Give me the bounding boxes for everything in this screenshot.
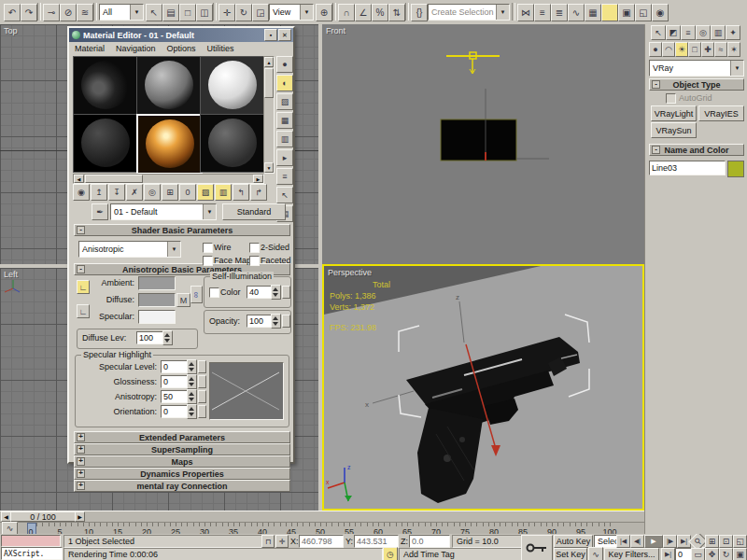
- backlight-icon[interactable]: ◐: [276, 75, 293, 91]
- slots-hscrollbar[interactable]: ◀ ▶: [73, 174, 264, 184]
- y-coord-field[interactable]: 443.531: [354, 535, 399, 548]
- select-link-icon[interactable]: ⊸: [43, 4, 60, 21]
- zoom-extents-icon[interactable]: ⊡: [719, 535, 733, 548]
- new-key-curve-icon[interactable]: ∿: [588, 547, 603, 560]
- cat-spacewarps-icon[interactable]: ≈: [714, 42, 727, 57]
- expand-icon[interactable]: +: [77, 482, 85, 490]
- undo-icon[interactable]: ↶: [4, 4, 21, 21]
- spec-row-map-button[interactable]: [198, 375, 206, 388]
- sample-slot-5[interactable]: [136, 114, 203, 175]
- ambient-color-swatch[interactable]: [138, 276, 176, 290]
- pick-material-eyedropper-icon[interactable]: ✒: [92, 203, 108, 220]
- diffuse-lev-field[interactable]: 100: [136, 331, 164, 344]
- reset-map-icon[interactable]: ✗: [126, 184, 143, 201]
- spec-row-field[interactable]: 50: [161, 390, 189, 403]
- selection-lock-icon[interactable]: ⊓: [261, 535, 275, 548]
- name-color-rollout[interactable]: - Name and Color: [649, 144, 744, 156]
- x-coord-field[interactable]: 460.798: [299, 535, 344, 548]
- go-forward-sibling-icon[interactable]: ↱: [250, 184, 267, 201]
- material-type-button[interactable]: Standard: [222, 203, 286, 220]
- named-selection-dropdown[interactable]: Create Selection Set▼: [428, 4, 510, 21]
- expand-icon[interactable]: +: [77, 469, 85, 478]
- chevron-down-icon[interactable]: ▼: [130, 5, 143, 20]
- render-setup-icon[interactable]: ▣: [618, 4, 635, 21]
- rollout-supersampling[interactable]: +SuperSampling: [74, 443, 290, 455]
- material-editor-window[interactable]: Material Editor - 01 - Default ▪ ✕ Mater…: [67, 26, 295, 464]
- sample-type-icon[interactable]: ●: [276, 56, 293, 73]
- diffuse-specular-lock-button[interactable]: ∟: [77, 304, 90, 318]
- diffuse-color-swatch[interactable]: [138, 293, 176, 307]
- diffuse-map-button[interactable]: M: [176, 293, 190, 307]
- rollout-dynamics-properties[interactable]: +Dynamics Properties: [74, 468, 290, 480]
- shader-check-wire[interactable]: [203, 243, 213, 253]
- absolute-offset-toggle[interactable]: ✛: [275, 535, 289, 548]
- mirror-icon[interactable]: ⋈: [517, 4, 534, 21]
- spec-row-spinner[interactable]: [187, 374, 197, 389]
- spec-row-map-button[interactable]: [198, 405, 206, 418]
- make-copy-icon[interactable]: ◎: [144, 184, 161, 201]
- chevron-down-icon[interactable]: ▼: [203, 204, 216, 219]
- material-name-dropdown[interactable]: 01 - Default▼: [110, 203, 217, 220]
- select-by-name-icon[interactable]: ▤: [162, 4, 179, 21]
- min-max-toggle-icon[interactable]: ▣: [733, 548, 747, 560]
- material-editor-icon[interactable]: [601, 4, 618, 21]
- spec-row-spinner[interactable]: [187, 404, 197, 419]
- close-icon[interactable]: ✕: [278, 29, 291, 41]
- expand-icon[interactable]: +: [77, 457, 85, 466]
- tab-utilities-icon[interactable]: ✦: [726, 25, 740, 40]
- collapse-icon[interactable]: -: [652, 80, 660, 89]
- shader-check-faceted[interactable]: [249, 256, 260, 266]
- go-to-parent-icon[interactable]: ↰: [233, 184, 249, 201]
- tab-create-icon[interactable]: ↖: [651, 25, 666, 40]
- object-type-rollout[interactable]: - Object Type: [649, 78, 744, 91]
- background-icon[interactable]: ▨: [276, 93, 293, 110]
- category-dropdown[interactable]: VRay▼: [649, 60, 744, 77]
- object-color-swatch[interactable]: [727, 161, 744, 177]
- select-object-icon[interactable]: ↖: [146, 4, 162, 21]
- cat-shapes-icon[interactable]: ◠: [662, 42, 675, 57]
- zoom-extents-all-icon[interactable]: ◱: [733, 535, 747, 548]
- add-time-tag-field[interactable]: Add Time Tag: [399, 548, 523, 560]
- tab-modify-icon[interactable]: ◩: [666, 25, 681, 40]
- spec-row-map-button[interactable]: [198, 390, 206, 403]
- cat-lights-icon[interactable]: ☀: [675, 42, 688, 57]
- self-illum-map-button[interactable]: [282, 286, 290, 299]
- material-editor-titlebar[interactable]: Material Editor - 01 - Default ▪ ✕: [69, 28, 293, 42]
- spec-row-spinner[interactable]: [187, 359, 197, 374]
- spec-row-map-button[interactable]: [198, 360, 206, 373]
- rendered-frame-icon[interactable]: ◱: [635, 4, 652, 21]
- menu-options[interactable]: Options: [162, 44, 202, 53]
- diffuse-lev-spinner[interactable]: [162, 330, 173, 345]
- put-to-library-icon[interactable]: ⊞: [162, 184, 178, 201]
- time-slider-handle[interactable]: 0 / 100: [10, 511, 76, 522]
- set-key-button[interactable]: Set Key: [554, 548, 587, 560]
- set-keys-button[interactable]: [521, 535, 553, 560]
- vrayies-button[interactable]: VRayIES: [698, 105, 744, 121]
- minimize-button[interactable]: ▪: [264, 29, 277, 41]
- select-move-icon[interactable]: ✛: [218, 4, 235, 21]
- orbit-icon[interactable]: ↻: [719, 548, 733, 560]
- self-illum-value-field[interactable]: 40: [247, 286, 273, 299]
- video-color-check-icon[interactable]: ▥: [276, 131, 293, 147]
- chevron-down-icon[interactable]: ▼: [167, 242, 180, 257]
- slots-vscrollbar[interactable]: ▲ ▼: [263, 56, 275, 174]
- maxscript-listener-white[interactable]: AXScript.: [1, 547, 63, 560]
- key-filters-button[interactable]: Key Filters...: [604, 548, 659, 560]
- spec-row-field[interactable]: 0: [161, 375, 189, 388]
- window-crossing-icon[interactable]: ◫: [196, 4, 213, 21]
- sample-slot-3[interactable]: [200, 56, 264, 115]
- autogrid-checkbox[interactable]: [666, 93, 676, 104]
- spec-row-field[interactable]: 0: [161, 360, 189, 373]
- collapse-icon[interactable]: -: [77, 226, 85, 234]
- make-preview-icon[interactable]: ▸: [276, 149, 293, 166]
- rollout-mental-ray-connection[interactable]: +mental ray Connection: [74, 480, 290, 492]
- sample-tiling-icon[interactable]: ▦: [276, 112, 293, 129]
- viewport-perspective[interactable]: z x: [322, 264, 644, 511]
- put-to-scene-icon[interactable]: ↥: [91, 184, 107, 201]
- prev-frame-icon[interactable]: ◀|: [630, 535, 644, 548]
- viewport-front[interactable]: Front: [322, 24, 644, 264]
- chevron-down-icon[interactable]: ▼: [300, 5, 313, 20]
- percent-snap-icon[interactable]: %: [372, 4, 388, 21]
- opacity-spinner[interactable]: [271, 314, 281, 329]
- sample-slot-6[interactable]: [200, 114, 264, 173]
